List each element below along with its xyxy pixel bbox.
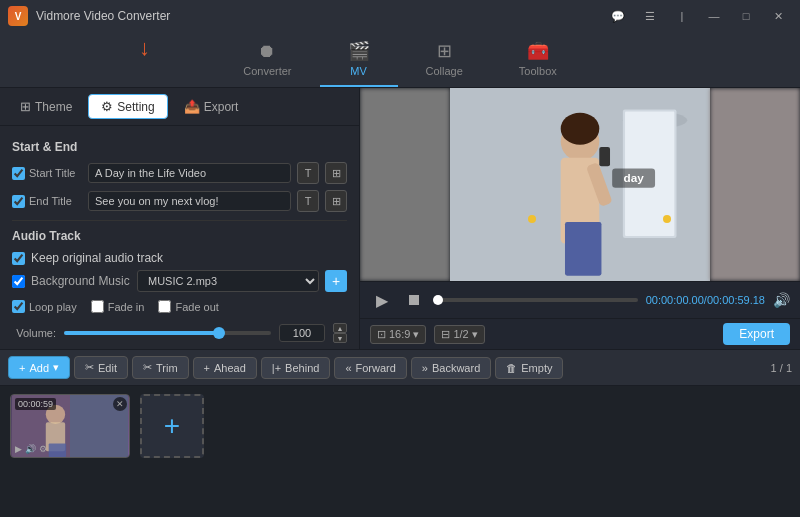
controls-row2: ⊡ 16:9 ▾ ⊟ 1/2 ▾ Export: [360, 318, 800, 349]
clip-audio-btn[interactable]: 🔊: [25, 444, 36, 454]
volume-down-btn[interactable]: ▼: [333, 333, 347, 343]
behind-button[interactable]: |+ Behind: [261, 357, 331, 379]
export-tab-label: Export: [204, 100, 239, 114]
stop-button[interactable]: ⏹: [402, 288, 426, 312]
trim-icon: ✂: [143, 361, 152, 374]
ahead-icon: +: [204, 362, 210, 374]
svg-rect-8: [599, 147, 610, 166]
volume-row: Volume: ▲ ▼: [12, 323, 347, 343]
backward-button[interactable]: » Backward: [411, 357, 491, 379]
setting-tab[interactable]: ⚙ Setting: [88, 94, 167, 119]
preview-area: day ▶ ⏹ 00:00:00.00/00:0: [360, 88, 800, 349]
start-title-grid-btn[interactable]: ⊞: [325, 162, 347, 184]
trim-button[interactable]: ✂ Trim: [132, 356, 189, 379]
fade-in-checkbox[interactable]: [91, 300, 104, 313]
timeline-clip-1: 00:00:59 ✕ ▶ 🔊 ⚙: [10, 394, 130, 458]
loop-play-label: Loop play: [12, 300, 77, 313]
add-chevron: ▾: [53, 361, 59, 374]
window-controls: 💬 ☰ | — □ ✕: [604, 6, 792, 26]
end-title-grid-btn[interactable]: ⊞: [325, 190, 347, 212]
export-icon: 📤: [184, 99, 200, 114]
export-button[interactable]: Export: [723, 323, 790, 345]
audio-options-row: Loop play Fade in Fade out: [12, 300, 347, 313]
ratio-chevron: ▾: [413, 328, 419, 341]
toolbox-icon: 🧰: [527, 40, 549, 62]
nav-mv-label: MV: [350, 65, 367, 77]
forward-icon: «: [345, 362, 351, 374]
page-button[interactable]: ⊟ 1/2 ▾: [434, 325, 484, 344]
page-chevron: ▾: [472, 328, 478, 341]
play-button[interactable]: ▶: [370, 288, 394, 312]
keep-original-checkbox[interactable]: [12, 252, 25, 265]
end-title-checkbox[interactable]: [12, 195, 25, 208]
volume-value[interactable]: [279, 324, 325, 342]
theme-tab-label: Theme: [35, 100, 72, 114]
converter-icon: ⏺: [258, 41, 276, 62]
empty-icon: 🗑: [506, 362, 517, 374]
export-tab[interactable]: 📤 Export: [172, 95, 251, 118]
start-title-checkbox[interactable]: [12, 167, 25, 180]
svg-rect-9: [565, 222, 601, 276]
divider-1: [12, 220, 347, 221]
add-button[interactable]: + Add ▾: [8, 356, 70, 379]
clip-play-btn[interactable]: ▶: [15, 444, 22, 454]
close-button[interactable]: ✕: [764, 6, 792, 26]
start-end-section-title: Start & End: [12, 140, 347, 154]
nav-bar: ⏺ Converter 🎬 MV ⊞ Collage 🧰 Toolbox: [0, 32, 800, 88]
nav-collage-label: Collage: [426, 65, 463, 77]
fade-out-label: Fade out: [158, 300, 218, 313]
theme-tab[interactable]: ⊞ Theme: [8, 95, 84, 118]
playback-controls: ▶ ⏹ 00:00:00.00/00:00:59.18 🔊: [360, 281, 800, 318]
fade-out-checkbox[interactable]: [158, 300, 171, 313]
menu-button[interactable]: ☰: [636, 6, 664, 26]
lock-button[interactable]: |: [668, 6, 696, 26]
left-blur-panel: [360, 88, 450, 281]
add-clip-button[interactable]: +: [140, 394, 204, 458]
bg-music-checkbox[interactable]: [12, 275, 25, 288]
nav-item-converter[interactable]: ⏺ Converter: [215, 32, 319, 87]
setting-tab-label: Setting: [117, 100, 154, 114]
bg-music-label: Background Music: [31, 274, 131, 288]
empty-button[interactable]: 🗑 Empty: [495, 357, 563, 379]
ahead-button[interactable]: + Ahead: [193, 357, 257, 379]
left-panel: ⊞ Theme ⚙ Setting 📤 Export Start & End: [0, 88, 360, 349]
loop-play-checkbox[interactable]: [12, 300, 25, 313]
progress-bar[interactable]: [434, 298, 638, 302]
svg-text:day: day: [623, 171, 644, 184]
nav-item-collage[interactable]: ⊞ Collage: [398, 32, 491, 87]
keep-original-label: Keep original audio track: [31, 251, 163, 265]
bg-music-select[interactable]: MUSIC 2.mp3: [137, 270, 319, 292]
volume-icon[interactable]: 🔊: [773, 292, 790, 308]
behind-icon: |+: [272, 362, 281, 374]
app-title: Vidmore Video Converter: [36, 9, 604, 23]
clip-settings-btn[interactable]: ⚙: [39, 444, 47, 454]
end-title-font-btn[interactable]: T: [297, 190, 319, 212]
center-video-panel: day: [450, 88, 710, 281]
add-icon: +: [19, 362, 25, 374]
edit-button[interactable]: ✂ Edit: [74, 356, 128, 379]
end-title-input[interactable]: [88, 191, 291, 211]
maximize-button[interactable]: □: [732, 6, 760, 26]
mv-icon: 🎬: [348, 40, 370, 62]
forward-button[interactable]: « Forward: [334, 357, 406, 379]
volume-up-btn[interactable]: ▲: [333, 323, 347, 333]
sub-tabs: ⊞ Theme ⚙ Setting 📤 Export: [0, 88, 359, 126]
start-title-input[interactable]: [88, 163, 291, 183]
add-music-btn[interactable]: +: [325, 270, 347, 292]
setting-icon: ⚙: [101, 99, 113, 114]
nav-item-mv[interactable]: 🎬 MV: [320, 32, 398, 87]
theme-icon: ⊞: [20, 99, 31, 114]
nav-toolbox-label: Toolbox: [519, 65, 557, 77]
volume-label: Volume:: [12, 327, 56, 339]
minimize-button[interactable]: —: [700, 6, 728, 26]
page-counter: 1 / 1: [771, 362, 792, 374]
start-title-font-btn[interactable]: T: [297, 162, 319, 184]
chat-button[interactable]: 💬: [604, 6, 632, 26]
collage-icon: ⊞: [437, 40, 452, 62]
fade-in-label: Fade in: [91, 300, 145, 313]
preview-container: day: [360, 88, 800, 281]
clip-close-btn[interactable]: ✕: [113, 397, 127, 411]
page-icon: ⊟: [441, 328, 450, 341]
ratio-button[interactable]: ⊡ 16:9 ▾: [370, 325, 426, 344]
nav-item-toolbox[interactable]: 🧰 Toolbox: [491, 32, 585, 87]
